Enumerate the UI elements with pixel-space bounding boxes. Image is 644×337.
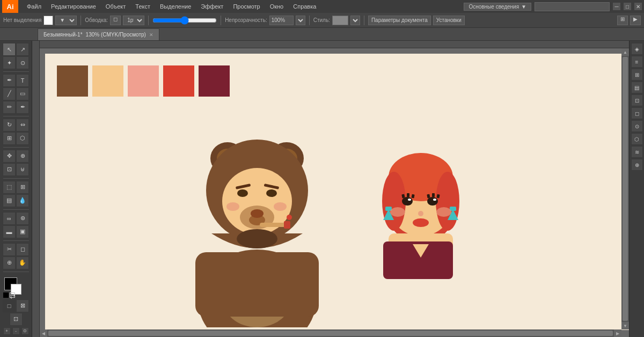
svg-point-33 (408, 199, 411, 201)
eraser-tool[interactable]: ◻ (16, 243, 29, 256)
scroll-right-arrow[interactable]: ▶ (614, 329, 621, 337)
symbol-sprayer-tool[interactable]: ⊛ (16, 212, 29, 225)
swatch-peach[interactable] (92, 65, 123, 97)
search-input[interactable] (535, 2, 610, 11)
menu-object[interactable]: Объект (101, 2, 130, 11)
slice-tool[interactable]: ✂ (3, 243, 16, 256)
zoom-in-small[interactable]: + (3, 327, 11, 335)
fill-mode-select[interactable]: ▼ (55, 16, 77, 25)
panel-btn-7[interactable]: ⊙ (631, 120, 643, 132)
type-tool[interactable]: T (16, 74, 29, 87)
menu-window[interactable]: Окно (266, 2, 288, 11)
select-tool[interactable]: ↖ (3, 43, 16, 56)
panel-btn-3[interactable]: ⊞ (631, 69, 643, 80)
lasso-tool[interactable]: ⊙ (16, 56, 29, 69)
scroll-vertical-thumb[interactable] (623, 57, 628, 321)
artboard-tool[interactable]: ▣ (16, 225, 29, 238)
style-select[interactable]: ▼ (350, 16, 360, 25)
menu-file[interactable]: Файл (23, 2, 46, 11)
panel-btn-2[interactable]: ≡ (631, 56, 643, 68)
svg-point-26 (436, 172, 459, 231)
menu-text[interactable]: Текст (131, 2, 155, 11)
swatch-red[interactable] (163, 65, 194, 97)
warp-tool[interactable]: ✥ (3, 150, 16, 163)
rotate-tool[interactable]: ↻ (3, 119, 16, 131)
opacity-unit[interactable]: ▼ (296, 16, 305, 25)
menu-help[interactable]: Справка (289, 2, 320, 11)
svg-point-41 (390, 207, 405, 217)
fill-swatch[interactable] (43, 16, 53, 25)
shape-builder-tool[interactable]: ⊎ (16, 163, 29, 176)
panel-toggle-button[interactable]: ▶ (630, 16, 641, 25)
horizontal-scrollbar[interactable]: ◀ ▶ (40, 329, 621, 337)
scroll-up-arrow[interactable]: ▲ (621, 48, 629, 56)
default-colors-icon[interactable] (3, 292, 9, 298)
behind-mode-btn[interactable]: ⊠ (16, 299, 29, 312)
scroll-down-arrow[interactable]: ▼ (621, 322, 629, 329)
reflect-tool[interactable]: ⇔ (16, 119, 29, 131)
perspective-tool[interactable]: ⬚ (3, 181, 16, 194)
style-swatch[interactable] (332, 16, 348, 25)
panel-btn-8[interactable]: ⬡ (631, 133, 643, 145)
stroke-weight-select[interactable]: 1pt (123, 16, 144, 25)
eyedropper-tool[interactable]: 💧 (16, 194, 29, 207)
menu-view[interactable]: Просмотр (229, 2, 264, 11)
opacity-input[interactable] (269, 16, 294, 25)
workspace-selector[interactable]: Основные сведения ▼ (464, 3, 531, 11)
menu-effect[interactable]: Эффект (196, 2, 228, 11)
tool-row-1: ↖ ↗ (3, 43, 29, 56)
tab-close-icon[interactable]: ✕ (149, 32, 153, 38)
tool-separator-3 (3, 147, 29, 148)
document-params-button[interactable]: Параметры документа (368, 16, 431, 25)
swap-colors-icon[interactable]: ⇄ (10, 292, 15, 298)
fullscreen-btn[interactable]: ⊡ (10, 313, 23, 326)
scroll-left-arrow[interactable]: ◀ (40, 329, 47, 337)
panel-btn-4[interactable]: ▤ (631, 82, 643, 93)
artboard[interactable] (45, 54, 629, 330)
close-button[interactable]: ✕ (634, 3, 642, 10)
line-tool[interactable]: ╱ (3, 87, 16, 100)
direct-select-tool[interactable]: ↗ (16, 43, 29, 56)
shear-tool[interactable]: ⬡ (16, 132, 29, 145)
maximize-button[interactable]: □ (624, 3, 631, 10)
normal-mode-btn[interactable]: □ (3, 299, 16, 312)
zoom-tool[interactable]: ⊕ (3, 257, 16, 269)
zoom-out-small[interactable]: - (12, 327, 20, 335)
free-transform-tool[interactable]: ⊡ (3, 163, 16, 176)
minimize-button[interactable]: ─ (613, 3, 620, 10)
hand-tool[interactable]: ✋ (16, 257, 29, 269)
width-tool[interactable]: ⊕ (16, 150, 29, 163)
vertical-scrollbar[interactable]: ▲ ▼ (621, 48, 629, 329)
fit-small[interactable]: ⊙ (21, 327, 29, 335)
paintbrush-tool[interactable]: ✏ (3, 101, 16, 114)
swatch-darkred[interactable] (199, 65, 230, 97)
tool-row-11: ▤ 💧 (3, 194, 29, 207)
panel-btn-1[interactable]: ◈ (631, 43, 643, 55)
panel-btn-9[interactable]: ≋ (631, 146, 643, 158)
column-graph-tool[interactable]: ▬ (3, 225, 16, 238)
panel-btn-6[interactable]: ◻ (631, 107, 643, 119)
menu-select[interactable]: Выделение (156, 2, 195, 11)
scroll-horizontal-thumb[interactable] (48, 331, 613, 336)
rect-tool[interactable]: ▭ (16, 87, 29, 100)
panel-btn-10[interactable]: ⊕ (631, 159, 643, 171)
canvas-area: ▲ ▼ ◀ ▶ (32, 41, 629, 337)
swatch-brown[interactable] (57, 65, 88, 97)
pencil-tool[interactable]: ✒ (16, 101, 29, 114)
settings-button[interactable]: Установки (433, 16, 465, 25)
pen-tool[interactable]: ✒ (3, 74, 16, 87)
document-tab[interactable]: Безымянный-1* 130% (CMYK/Просмотр) ✕ (38, 28, 159, 40)
gradient-tool[interactable]: ▤ (3, 194, 16, 207)
arrange-panel-button[interactable]: ⊞ (617, 16, 628, 25)
mesh-tool[interactable]: ⊞ (16, 181, 29, 194)
stroke-style-input[interactable] (152, 16, 217, 25)
swatch-salmon[interactable] (128, 65, 159, 97)
scale-tool[interactable]: ⊞ (3, 132, 16, 145)
stroke-color-btn[interactable]: ◻ (110, 16, 121, 25)
tool-row-8: ✥ ⊕ (3, 150, 29, 163)
menu-edit[interactable]: Редактирование (47, 2, 100, 11)
panel-btn-5[interactable]: ⊡ (631, 94, 643, 106)
blend-tool[interactable]: ∞ (3, 212, 16, 225)
magic-wand-tool[interactable]: ✦ (3, 56, 16, 69)
svg-point-9 (237, 189, 248, 197)
